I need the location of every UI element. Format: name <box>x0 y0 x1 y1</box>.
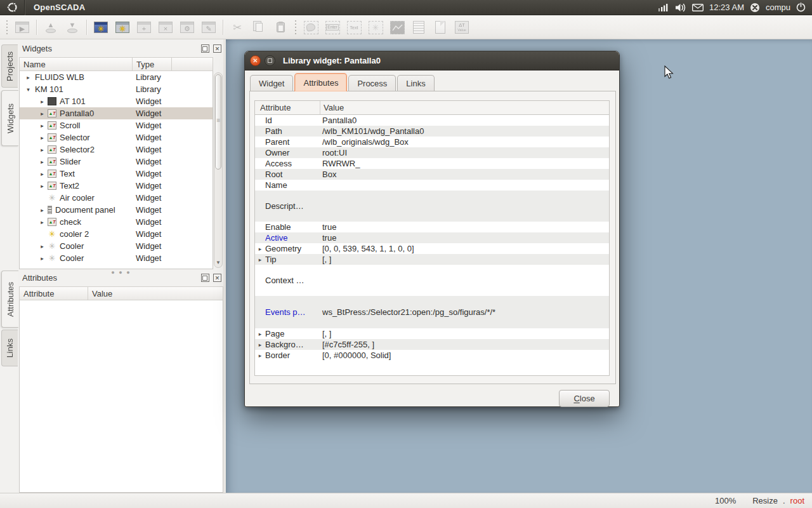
attr-row-owner[interactable]: Ownerroot:UI <box>255 147 609 158</box>
ubuntu-logo-icon[interactable] <box>0 0 24 15</box>
tree-row[interactable]: ▸▲TSelector2Widget <box>20 144 213 156</box>
attr-row-description[interactable]: Descript… <box>255 190 609 222</box>
attr-row-border[interactable]: ▸Border[0, #000000, Solid] <box>255 350 609 361</box>
attr-row-tip[interactable]: ▸Tip[, ] <box>255 254 609 265</box>
tab-widget[interactable]: Widget <box>250 75 293 91</box>
elfigure-icon[interactable] <box>301 18 320 37</box>
tree-row[interactable]: ▸✳CoolerWidget <box>20 252 213 264</box>
clock[interactable]: 12:23 AM <box>709 3 744 12</box>
attr-row-active[interactable]: Activetrue <box>255 232 609 243</box>
text-element-icon[interactable]: Text <box>344 18 363 37</box>
widget-delete-icon[interactable]: × <box>156 18 175 37</box>
tab-widgets[interactable]: Widgets <box>1 90 18 146</box>
expander-icon[interactable]: ▸ <box>39 110 46 117</box>
mail-icon[interactable] <box>692 4 704 11</box>
library-new-icon[interactable]: ✳ <box>91 18 110 37</box>
tree-row[interactable]: ▸▲TTextWidget <box>20 168 213 180</box>
tab-attributes[interactable]: Attributes <box>294 73 347 91</box>
protocol-icon[interactable] <box>409 18 428 37</box>
widget-add-icon[interactable]: + <box>134 18 154 37</box>
attr-row-enable[interactable]: Enabletrue <box>255 222 609 232</box>
column-header-name[interactable]: Name <box>20 58 133 70</box>
column-header-attribute[interactable]: Attribute <box>255 101 320 114</box>
db-load-icon[interactable]: ▲ <box>41 18 60 37</box>
media-icon[interactable]: ✳ <box>366 18 385 37</box>
paste-icon[interactable] <box>271 18 290 37</box>
expander-icon[interactable]: ▸ <box>39 123 46 129</box>
library-icon[interactable]: ✳ <box>113 18 132 37</box>
volume-icon[interactable] <box>676 3 686 12</box>
expander-icon[interactable]: ▸ <box>39 183 46 189</box>
attr-row-background[interactable]: ▸Backgro…[#c7c5ff-255, ] <box>255 339 609 350</box>
expander-icon[interactable]: ▸ <box>255 246 265 252</box>
power-icon[interactable] <box>796 3 806 12</box>
tree-row[interactable]: ▸✳CoolerWidget <box>20 240 213 252</box>
tree-row[interactable]: ▸▲TSelectorWidget <box>20 131 213 144</box>
attr-row-name[interactable]: Name <box>255 180 609 190</box>
tree-row[interactable]: ▸AT 101Widget <box>20 95 213 107</box>
dock-close-icon[interactable]: ✕ <box>213 44 221 53</box>
vertical-splitter[interactable] <box>223 39 226 493</box>
current-user[interactable]: root <box>790 496 804 505</box>
expander-icon[interactable]: ▸ <box>25 74 32 81</box>
dock-float-icon[interactable] <box>201 274 209 282</box>
tab-process[interactable]: Process <box>348 75 396 91</box>
element-value-icon[interactable]: ΔΔTTValue <box>452 18 471 37</box>
tab-links[interactable]: Links <box>397 75 434 91</box>
tree-row-selected[interactable]: ▸▲TPantalla0Widget <box>20 107 213 119</box>
attr-row-access[interactable]: AccessRWRWR_ <box>255 158 609 169</box>
tab-attributes[interactable]: Attributes <box>1 271 18 328</box>
tree-row[interactable]: ▸▲TcheckWidget <box>20 216 213 228</box>
copy-icon[interactable] <box>249 18 268 37</box>
widget-edit-icon[interactable]: ✎ <box>199 18 218 37</box>
tree-scrollbar[interactable]: ▼ <box>214 72 223 268</box>
attr-row-path[interactable]: Path/wlb_KM101/wdg_Pantalla0 <box>255 126 609 137</box>
expander-icon[interactable]: ▸ <box>255 352 265 359</box>
attr-row-geometry[interactable]: ▸Geometry[0, 0, 539, 543, 1, 1, 0, 0] <box>255 243 609 254</box>
widget-properties-icon[interactable]: ⚙ <box>178 18 197 37</box>
column-header-value[interactable]: Value <box>88 287 223 300</box>
attr-row-page[interactable]: ▸Page[, ] <box>255 328 609 339</box>
expander-icon[interactable]: ▾ <box>25 86 32 93</box>
dock-float-icon[interactable] <box>201 44 209 53</box>
db-save-icon[interactable]: ▼ <box>63 18 82 37</box>
tree-row[interactable]: ✳cooler 2Widget <box>20 228 213 240</box>
tree-row[interactable]: ▸▲TText2Widget <box>20 180 213 192</box>
tab-links[interactable]: Links <box>1 330 18 366</box>
session-menu-icon[interactable] <box>750 3 760 13</box>
attr-row-events[interactable]: Events p…ws_BtPress:/Selector21:open:/pg… <box>255 296 609 328</box>
scroll-down-icon[interactable]: ▼ <box>215 259 221 267</box>
tree-row[interactable]: ✳Air coolerWidget <box>20 192 213 204</box>
column-header-attribute[interactable]: Attribute <box>20 287 88 300</box>
attr-row-root[interactable]: RootBox <box>255 169 609 180</box>
expander-icon[interactable]: ▸ <box>255 257 265 263</box>
window-close-icon[interactable]: ✕ <box>250 55 261 66</box>
attr-row-context[interactable]: Context … <box>255 265 609 296</box>
form-element-icon[interactable]: Enter <box>323 18 342 37</box>
username[interactable]: compu <box>766 3 790 12</box>
toolbar-grip[interactable] <box>293 20 298 34</box>
scrollbar-thumb[interactable] <box>215 74 221 170</box>
tab-projects[interactable]: Projects <box>1 44 18 88</box>
dialog-titlebar[interactable]: ✕ Library widget: Pantalla0 <box>245 51 619 70</box>
expander-icon[interactable]: ▸ <box>39 243 46 250</box>
tree-row[interactable]: ▸FLUIDS WLBLibrary <box>20 71 213 83</box>
expander-icon[interactable]: ▸ <box>39 255 46 262</box>
expander-icon[interactable]: ▸ <box>39 98 46 105</box>
document-icon[interactable] <box>431 18 450 37</box>
expander-icon[interactable]: ▸ <box>39 219 46 225</box>
dock-close-icon[interactable]: ✕ <box>213 274 221 282</box>
expander-icon[interactable]: ▸ <box>255 331 265 337</box>
cut-icon[interactable]: ✂ <box>228 18 247 37</box>
diagram-icon[interactable] <box>388 18 407 37</box>
tree-row[interactable]: ▾KM 101Library <box>20 83 213 95</box>
tree-row[interactable]: ▸Document panelWidget <box>20 204 213 216</box>
expander-icon[interactable]: ▸ <box>39 147 46 153</box>
close-button[interactable]: Close <box>559 390 610 407</box>
window-maximize-icon[interactable] <box>265 55 275 66</box>
expander-icon[interactable]: ▸ <box>39 135 46 141</box>
expander-icon[interactable]: ▸ <box>255 342 265 348</box>
tree-row[interactable]: ▸▲TScrollWidget <box>20 119 213 131</box>
column-header-type[interactable]: Type <box>133 58 172 70</box>
tree-row[interactable]: ▸▲TSliderWidget <box>20 156 213 168</box>
